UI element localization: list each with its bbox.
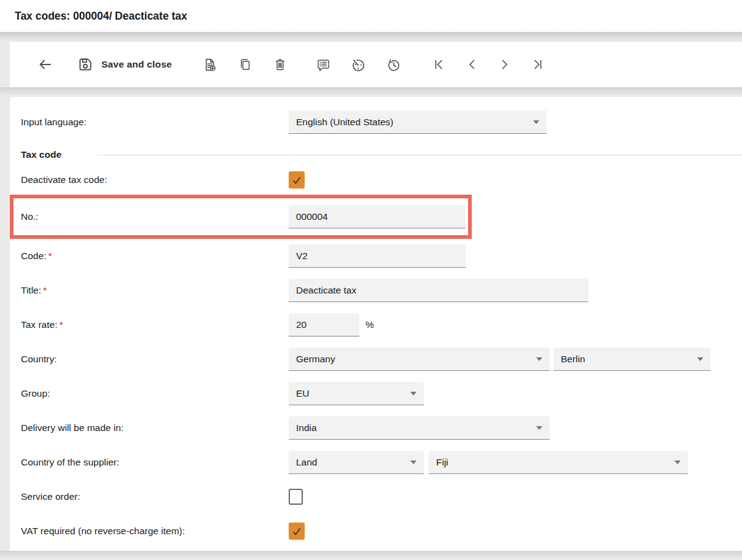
shadow-divider [0,551,742,560]
back-button[interactable] [37,53,53,76]
code-label: Code:* [21,251,289,262]
input-language-label: Input language: [21,117,289,128]
input-language-select[interactable]: English (United States) [289,111,547,134]
section-tax-code: Tax code [21,147,742,162]
save-and-close-button[interactable]: Save and close [77,53,172,76]
new-document-icon [202,57,217,72]
country-value: Germany [296,354,335,365]
row-input-language: Input language: English (United States) [21,111,742,134]
tax-rate-label: Tax rate:* [21,319,289,330]
chevron-down-icon [533,120,539,124]
shadow-divider [0,87,742,97]
window-title-bar: Tax codes: 000004/ Deacticate tax [0,0,742,32]
group-label: Group: [21,388,289,399]
region-select[interactable]: Berlin [553,348,711,371]
code-label-text: Code: [21,251,46,261]
history-button[interactable] [386,53,401,76]
tax-rate-label-text: Tax rate: [21,319,57,330]
form-panel: Input language: English (United States) … [10,97,742,551]
service-order-label: Service order: [21,491,289,502]
row-delivery: Delivery will be made in: India [21,411,742,445]
tax-rate-value: 20 [296,319,307,330]
code-input[interactable]: V2 [289,244,466,268]
trash-icon [273,57,287,72]
supplier-type-value: Land [296,457,317,468]
supplier-label: Country of the supplier: [21,457,289,468]
required-asterisk: * [48,251,52,261]
delivery-label: Delivery will be made in: [21,422,289,434]
row-group: Group: EU [21,376,742,411]
title-value: Deacticate tax [296,285,356,296]
timer-button[interactable] [351,53,366,76]
title-input[interactable]: Deacticate tax [289,279,588,302]
supplier-country-select[interactable]: Fiji [429,451,688,474]
no-value: 000004 [296,211,328,222]
row-title: Title:* Deacticate tax [21,273,742,308]
last-record-button[interactable] [532,53,544,76]
required-asterisk: * [59,319,63,330]
row-vat-required: VAT required (no reverse-charge item): [21,514,742,548]
supplier-type-select[interactable]: Land [289,451,424,474]
group-value: EU [296,388,310,399]
chevron-down-icon [697,357,703,361]
title-label-text: Title: [21,285,41,295]
percent-suffix: % [365,319,374,330]
go-last-icon [532,57,544,72]
delete-button[interactable] [273,53,287,76]
vat-required-label: VAT required (no reverse-charge item): [21,526,289,537]
copy-button[interactable] [238,53,252,76]
deactivate-checkbox[interactable] [289,171,305,189]
deactivate-label: Deactivate tax code: [21,174,289,185]
chevron-down-icon [674,461,681,464]
comments-button[interactable] [316,53,331,76]
back-arrow-icon [37,57,53,72]
country-label: Country: [21,354,289,365]
next-record-button[interactable] [499,53,511,76]
row-deactivate-tax-code: Deactivate tax code: [21,171,742,189]
group-select[interactable]: EU [289,382,424,405]
row-code: Code:* V2 [21,239,742,273]
copy-icon [238,57,252,72]
timer-icon [351,57,366,72]
delivery-value: India [296,422,317,434]
comments-icon [316,57,331,72]
chevron-down-icon [410,392,416,395]
chevron-down-icon [536,426,542,430]
toolbar: Save and close [10,42,742,87]
tax-rate-input[interactable]: 20 [289,313,359,336]
go-first-icon [432,57,445,72]
code-value: V2 [296,251,308,262]
service-order-checkbox[interactable] [289,489,303,505]
section-title: Tax code [21,149,61,160]
no-label: No.: [21,211,289,222]
checkmark-icon [291,525,303,537]
go-previous-icon [466,57,478,72]
history-icon [386,57,401,72]
save-icon [77,56,93,72]
save-and-close-label: Save and close [101,59,172,70]
title-label: Title:* [21,285,289,296]
new-document-button[interactable] [202,53,217,76]
highlight-box: No.: 000004 [10,195,472,239]
supplier-country-value: Fiji [436,457,448,468]
go-next-icon [499,57,511,72]
row-tax-rate: Tax rate:* 20 % [21,308,742,342]
region-value: Berlin [561,354,585,365]
row-supplier: Country of the supplier: Land Fiji [21,445,742,480]
row-country: Country: Germany Berlin [21,342,742,376]
chevron-down-icon [536,357,542,361]
shadow-divider [0,32,742,42]
page-title: Tax codes: 000004/ Deacticate tax [15,10,187,23]
previous-record-button[interactable] [466,53,478,76]
first-record-button[interactable] [432,53,445,76]
vat-required-checkbox[interactable] [289,523,305,540]
delivery-select[interactable]: India [289,416,550,440]
no-input[interactable]: 000004 [289,205,466,228]
chevron-down-icon [410,461,416,464]
country-select[interactable]: Germany [289,348,550,371]
section-divider [97,155,742,155]
row-service-order: Service order: [21,480,742,514]
required-asterisk: * [43,285,47,295]
input-language-value: English (United States) [296,117,394,128]
checkmark-icon [291,174,303,186]
